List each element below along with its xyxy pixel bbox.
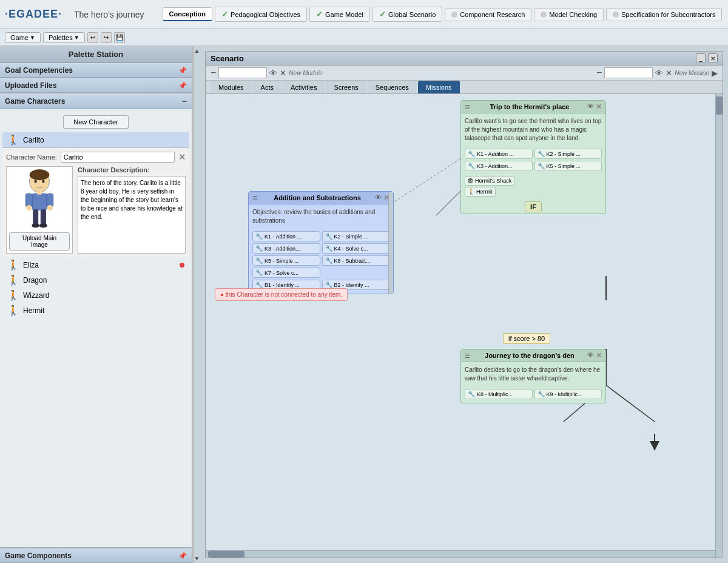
tab-acts[interactable]: Acts: [253, 81, 281, 93]
upload-pin-icon[interactable]: 📌: [178, 82, 187, 90]
hermit-description: Carlito want's to go see the hermit who …: [465, 118, 601, 141]
svg-point-13: [39, 223, 47, 228]
close-search-icon[interactable]: ✕: [280, 69, 286, 78]
scenario-minimize-btn[interactable]: _: [696, 53, 706, 63]
nav-right-icon[interactable]: ▶: [712, 69, 718, 78]
redo-btn[interactable]: ↪: [101, 32, 112, 43]
upload-main-image-btn[interactable]: Upload Main Image: [9, 232, 70, 251]
char-item-carlito[interactable]: 🚶 Carlito: [2, 132, 189, 147]
addition-drag-icon[interactable]: ☰: [252, 195, 258, 201]
tab-pedagogical[interactable]: ✓ Pedagogical Objectives: [215, 7, 307, 22]
tab-screens[interactable]: Screens: [326, 81, 366, 93]
skill-k3-add[interactable]: 🔧K3 - Addition...: [252, 243, 320, 254]
tab-conception[interactable]: Conception: [163, 7, 213, 21]
addition-card-header: ☰ Addition and Substractions 👁 ✕: [249, 192, 393, 204]
char-image-area: Upload Main Image: [6, 166, 73, 254]
palettes-menu-arrow: ▼: [74, 35, 79, 41]
skill-k5-add[interactable]: 🔧K5 - Simple ...: [252, 255, 320, 266]
tab-sequences[interactable]: Sequences: [368, 81, 417, 93]
hermit-shack-item[interactable]: 🏚 Hermit's Shack: [465, 176, 514, 186]
palettes-menu-btn[interactable]: Palettes ▼: [43, 32, 85, 43]
dragon-drag-icon[interactable]: ☰: [465, 352, 470, 359]
scroll-thumb[interactable]: [716, 96, 723, 115]
char-dragon-icon: 🚶: [7, 274, 19, 286]
dragon-close-icon[interactable]: ✕: [596, 351, 602, 360]
skill-k7-add[interactable]: 🔧K7 - Solve c...: [252, 268, 320, 278]
svg-rect-11: [41, 209, 46, 224]
module-search-input[interactable]: [218, 67, 267, 78]
left-panel-scrollbar[interactable]: ▲ ▼: [193, 46, 200, 563]
char-item-wizzard[interactable]: 🚶 Wizzard: [2, 288, 189, 303]
addition-card-scroll[interactable]: [388, 192, 393, 294]
tab-global-scenario-label: Global Scenario: [388, 11, 436, 18]
game-components-header[interactable]: Game Components 📌: [0, 548, 192, 563]
scenario-scrollbar[interactable]: [715, 94, 723, 558]
main-area: Palette Station Goal Competencies 📌 Uplo…: [0, 46, 728, 563]
skill-k1-add[interactable]: 🔧K1 - Addition ...: [252, 231, 320, 241]
skill-k8-drag[interactable]: 🔧K8 - Multiplic...: [465, 389, 533, 399]
skill-k2-herm[interactable]: 🔧K2 - Simple ...: [534, 149, 602, 159]
char-item-hermit[interactable]: 🚶 Hermit: [2, 303, 189, 318]
uploaded-files-header[interactable]: Uploaded Files 📌: [0, 78, 192, 93]
tab-pedagogical-label: Pedagogical Objectives: [231, 11, 300, 18]
char-desc-label: Character Description:: [78, 166, 186, 174]
tab-game-model[interactable]: ✓ Game Model: [309, 7, 370, 22]
char-name-close-icon[interactable]: ✕: [178, 152, 186, 162]
char-item-dragon[interactable]: 🚶 Dragon: [2, 272, 189, 288]
tab-missions[interactable]: Missions: [418, 81, 460, 93]
svg-rect-6: [25, 194, 32, 207]
tab-spec-sub[interactable]: Specification for Subcontractors: [606, 8, 722, 21]
hermit-drag-icon[interactable]: ☰: [465, 104, 470, 110]
goal-pin-icon[interactable]: 📌: [178, 67, 187, 75]
hermit-char-item[interactable]: 🚶 Hermit: [465, 187, 496, 197]
tab-activities[interactable]: Activities: [283, 81, 325, 93]
if-condition-box[interactable]: if score > 80: [503, 333, 550, 344]
tab-screens-label: Screens: [334, 84, 358, 91]
skill-k9-drag[interactable]: 🔧K9 - Multiplic...: [534, 389, 602, 399]
dragon-skills: 🔧K8 - Multiplic... 🔧K9 - Multiplic...: [461, 386, 605, 403]
goal-competencies-header[interactable]: Goal Competencies 📌: [0, 63, 192, 78]
tab-component-research[interactable]: Component Research: [445, 8, 531, 21]
dragon-card-icons: 👁 ✕: [587, 351, 602, 360]
scenario-toolbar: − 👁 ✕ New Module − 👁 ✕ New Mission ▶: [206, 66, 723, 81]
char-name-input[interactable]: [61, 152, 175, 163]
tab-conception-label: Conception: [169, 10, 206, 18]
zoom-out-right-btn[interactable]: −: [596, 67, 602, 78]
close-right-icon[interactable]: ✕: [666, 69, 672, 78]
scenario-bottom-scrollbar[interactable]: [206, 550, 715, 558]
mission-search-input[interactable]: [604, 67, 653, 78]
char-item-eliza[interactable]: 🚶 Eliza: [2, 257, 189, 272]
char-body: Upload Main Image Character Description:…: [6, 166, 186, 254]
bottom-scroll-thumb[interactable]: [208, 551, 244, 558]
game-chars-collapse-icon[interactable]: −: [182, 96, 187, 106]
char-desc-text[interactable]: The hero of the story. Carlito is a litt…: [78, 176, 186, 254]
tab-model-checking[interactable]: Model Checking: [534, 8, 604, 21]
new-character-btn[interactable]: New Character: [63, 115, 128, 129]
skill-k3-herm[interactable]: 🔧K3 - Addition...: [465, 161, 533, 171]
game-comp-pin-icon[interactable]: 📌: [178, 552, 187, 560]
eye-right-icon[interactable]: 👁: [655, 69, 663, 78]
undo-btn[interactable]: ↩: [87, 32, 98, 43]
hermit-eye-icon[interactable]: 👁: [587, 103, 594, 111]
tab-modules[interactable]: Modules: [211, 81, 252, 93]
zoom-out-btn[interactable]: −: [211, 67, 216, 78]
skill-k2-add[interactable]: 🔧K2 - Simple ...: [322, 231, 390, 241]
addition-eye-icon[interactable]: 👁: [375, 194, 382, 202]
game-characters-header[interactable]: Game Characters −: [0, 93, 192, 109]
tab-pedagogical-check: ✓: [221, 10, 228, 19]
game-menu-btn[interactable]: Game ▼: [5, 32, 41, 43]
tab-global-scenario[interactable]: ✓ Global Scenario: [372, 7, 442, 22]
skill-k4-add[interactable]: 🔧K4 - Solve c...: [322, 243, 390, 254]
hermit-close-icon[interactable]: ✕: [596, 103, 602, 111]
skill-k3-add-icon: 🔧: [255, 245, 263, 252]
eye-icon[interactable]: 👁: [269, 69, 277, 78]
addition-objectives: Objectives: review the basics of additio…: [252, 209, 375, 224]
skill-b1-add-icon: 🔧: [255, 282, 263, 288]
svg-point-3: [42, 180, 45, 183]
skill-k6-add[interactable]: 🔧K6 - Subtract...: [322, 255, 390, 266]
skill-k5-herm[interactable]: 🔧K5 - Simple ...: [534, 161, 602, 171]
scenario-close-btn[interactable]: ✕: [708, 53, 718, 63]
skill-k1-herm[interactable]: 🔧K1 - Addition ...: [465, 149, 533, 159]
save-btn[interactable]: 💾: [114, 32, 125, 43]
dragon-eye-icon[interactable]: 👁: [587, 351, 594, 360]
